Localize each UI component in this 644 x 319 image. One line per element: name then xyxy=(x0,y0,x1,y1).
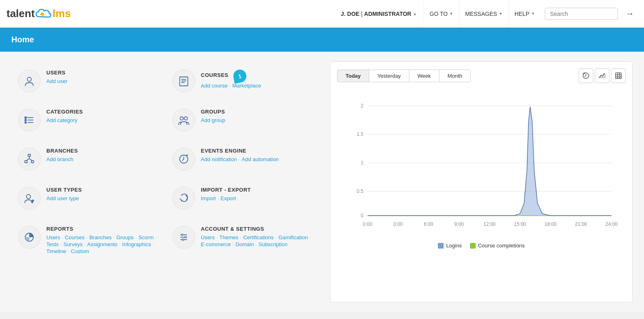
categories-icon xyxy=(18,109,41,131)
settings-subscription-link[interactable]: Subscription xyxy=(259,241,288,247)
svg-text:18:00: 18:00 xyxy=(544,221,557,227)
menu-item-groups: GROUPS Add group xyxy=(166,101,320,140)
groups-links: Add group xyxy=(201,117,225,123)
chart-svg: 2 1.5 1 0.5 0 0:00 3:00 6:00 9:00 12:00 … xyxy=(337,90,626,236)
usertypes-text: USER TYPES Add user type xyxy=(46,187,82,201)
settings-users-link[interactable]: Users xyxy=(201,234,215,240)
add-category-link[interactable]: Add category xyxy=(46,117,78,123)
svg-point-9 xyxy=(25,122,26,123)
svg-point-26 xyxy=(181,234,183,236)
settings-certifications-link[interactable]: Certifications xyxy=(243,234,274,240)
tab-today[interactable]: Today xyxy=(337,70,369,82)
svg-point-28 xyxy=(182,239,184,240)
events-text: EVENTS ENGINE Add notification · Add aut… xyxy=(201,148,279,162)
page-header: Home xyxy=(0,28,644,52)
add-notification-link[interactable]: Add notification xyxy=(201,156,237,162)
branches-title: BRANCHES xyxy=(46,148,78,154)
courses-title: COURSES xyxy=(201,72,228,78)
reports-timeline-link[interactable]: Timeline xyxy=(46,248,66,254)
export-link[interactable]: Export xyxy=(220,195,236,201)
events-title: EVENTS ENGINE xyxy=(201,148,279,154)
add-user-link[interactable]: Add user xyxy=(46,78,67,84)
legend-logins: Logins xyxy=(438,243,461,249)
user-role: ADMINISTRATOR xyxy=(364,11,411,17)
chart-table-button[interactable] xyxy=(611,68,626,83)
chart-area-button[interactable] xyxy=(595,68,609,83)
svg-point-13 xyxy=(184,117,187,120)
svg-line-19 xyxy=(29,159,33,161)
messages-nav[interactable]: MESSAGES ▼ xyxy=(459,0,509,28)
chart-history-button[interactable] xyxy=(579,68,593,83)
settings-gamification-link[interactable]: Gamification xyxy=(278,234,308,240)
svg-text:12:00: 12:00 xyxy=(483,221,496,227)
completions-color xyxy=(470,243,476,249)
help-arrow: ▼ xyxy=(531,11,535,16)
reports-surveys-link[interactable]: Surveys xyxy=(63,241,83,247)
goto-arrow: ▼ xyxy=(449,11,453,16)
reports-assignments-link[interactable]: Assignments xyxy=(87,241,117,247)
top-navigation: talent lms J. DOE | ADMINISTRATOR ▼ GO T… xyxy=(0,0,644,28)
reports-scorm-link[interactable]: Scorm xyxy=(138,234,154,240)
groups-text: GROUPS Add group xyxy=(201,109,225,123)
courses-icon xyxy=(172,70,195,92)
settings-themes-link[interactable]: Themes xyxy=(220,234,239,240)
settings-domain-link[interactable]: Domain xyxy=(235,241,254,247)
reports-custom-link[interactable]: Custom xyxy=(71,248,89,254)
settings-ecommerce-link[interactable]: E-commerce xyxy=(201,241,231,247)
add-course-link[interactable]: Add course xyxy=(201,83,228,89)
username: J. DOE xyxy=(341,11,359,17)
logout-button[interactable]: → xyxy=(622,9,637,19)
add-automation-link[interactable]: Add automation xyxy=(242,156,279,162)
svg-point-0 xyxy=(27,77,31,81)
reports-tests-link[interactable]: Tests xyxy=(46,241,59,247)
svg-text:2: 2 xyxy=(361,103,363,109)
svg-text:9:00: 9:00 xyxy=(454,221,464,227)
reports-branches-link[interactable]: Branches xyxy=(89,234,112,240)
marketplace-link[interactable]: Marketplace xyxy=(232,83,261,89)
legend-completions: Course completions xyxy=(470,243,525,249)
accountsettings-icon xyxy=(172,226,195,249)
logo[interactable]: talent lms xyxy=(7,7,71,20)
tab-week[interactable]: Week xyxy=(409,70,439,82)
import-link[interactable]: Import xyxy=(201,195,216,201)
reports-groups-link[interactable]: Groups xyxy=(116,234,134,240)
tab-yesterday[interactable]: Yesterday xyxy=(369,70,409,82)
groups-title: GROUPS xyxy=(201,109,225,115)
importexport-title: IMPORT - EXPORT xyxy=(201,187,251,193)
main-content: USERS Add user COURSES 1 xyxy=(0,52,644,312)
usertypes-links: Add user type xyxy=(46,195,82,201)
courses-badge: 1 xyxy=(232,68,247,83)
svg-point-8 xyxy=(25,119,26,121)
search-input[interactable] xyxy=(545,8,618,20)
menu-grid: USERS Add user COURSES 1 xyxy=(11,61,320,302)
nav-right: J. DOE | ADMINISTRATOR ▼ GO TO ▼ MESSAGE… xyxy=(341,0,637,28)
courses-header: COURSES 1 xyxy=(201,70,261,83)
page-title: Home xyxy=(11,35,633,44)
svg-text:0: 0 xyxy=(361,213,363,218)
reports-infographics-link[interactable]: Infographics xyxy=(122,241,151,247)
accountsettings-title: ACCOUNT & SETTINGS xyxy=(201,226,314,232)
reports-links: Users· Courses· Branches· Groups· Scorm·… xyxy=(46,234,159,254)
accountsettings-links: Users· Themes· Certifications· Gamificat… xyxy=(201,234,314,247)
goto-nav[interactable]: GO TO ▼ xyxy=(424,0,459,28)
svg-point-27 xyxy=(185,236,186,238)
courses-links: Add course · Marketplace xyxy=(201,83,261,89)
svg-point-21 xyxy=(26,194,30,199)
users-links: Add user xyxy=(46,78,67,84)
add-usertype-link[interactable]: Add user type xyxy=(46,195,79,201)
tab-month[interactable]: Month xyxy=(439,70,471,82)
reports-users-link[interactable]: Users xyxy=(46,234,60,240)
help-nav[interactable]: HELP ▼ xyxy=(509,0,541,28)
groups-icon xyxy=(172,109,195,131)
reports-icon xyxy=(18,226,41,249)
importexport-icon xyxy=(172,187,195,210)
chart-tabs: Today Yesterday Week Month xyxy=(337,70,470,82)
svg-rect-15 xyxy=(25,161,27,163)
menu-item-courses: COURSES 1 Add course · Marketplace xyxy=(166,61,320,101)
users-text: USERS Add user xyxy=(46,70,67,84)
add-branch-link[interactable]: Add branch xyxy=(46,156,74,162)
svg-marker-56 xyxy=(368,107,611,216)
categories-text: CATEGORIES Add category xyxy=(46,109,83,123)
reports-courses-link[interactable]: Courses xyxy=(65,234,85,240)
add-group-link[interactable]: Add group xyxy=(201,117,225,123)
